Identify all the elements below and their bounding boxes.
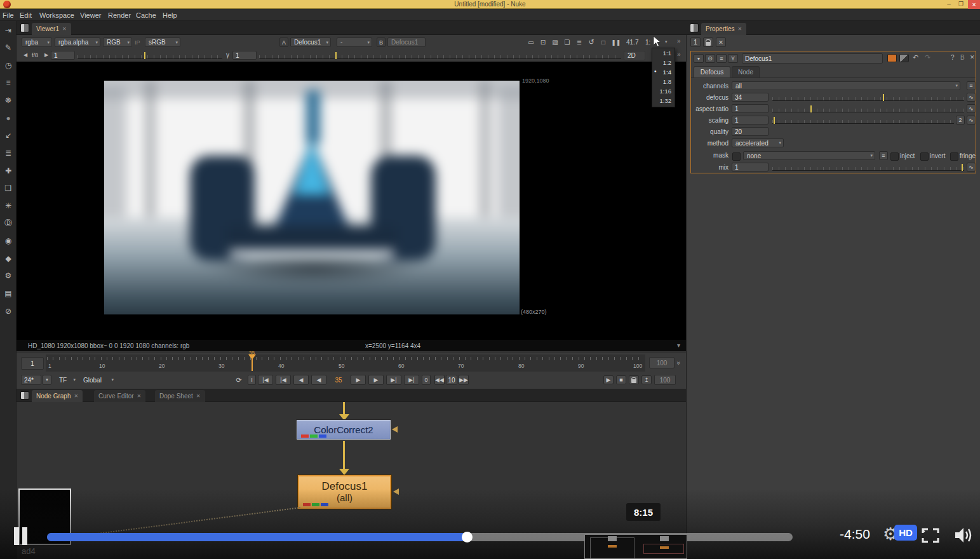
zero-button[interactable]: 0 bbox=[422, 375, 431, 385]
step-forward-button[interactable]: ▶ bbox=[351, 375, 366, 385]
close-icon[interactable]: ✕ bbox=[74, 393, 78, 399]
tab-properties[interactable]: Properties✕ bbox=[701, 23, 746, 35]
close-icon[interactable]: ✕ bbox=[196, 393, 201, 399]
step-back-button[interactable]: ◀ bbox=[311, 375, 326, 385]
menu-item-1-32[interactable]: 1:32 bbox=[652, 97, 671, 104]
playhead-line[interactable] bbox=[252, 354, 253, 371]
pause-icon[interactable]: ❚❚ bbox=[610, 37, 622, 47]
stop-button[interactable]: ■ bbox=[616, 375, 626, 384]
scaling-curve-button[interactable]: ∿ bbox=[967, 116, 976, 125]
aspect-ratio-input[interactable]: 1 bbox=[732, 104, 769, 113]
volume-icon[interactable] bbox=[954, 526, 974, 544]
close-button[interactable]: ✕ bbox=[968, 0, 980, 9]
aspect-curve-button[interactable]: ∿ bbox=[967, 104, 976, 113]
channels-dropdown[interactable]: all▾ bbox=[732, 81, 960, 90]
format-icon[interactable]: ⊡ bbox=[538, 37, 548, 47]
mask-dropdown[interactable]: none▾ bbox=[743, 151, 875, 160]
menu-render[interactable]: Render bbox=[108, 11, 131, 19]
current-frame-field[interactable]: 35 bbox=[329, 375, 348, 385]
gamma-slider[interactable] bbox=[259, 51, 621, 60]
node-name-field[interactable]: Defocus1 bbox=[742, 53, 883, 64]
toolbar-collapse-icon[interactable]: » bbox=[677, 37, 681, 44]
deep-icon[interactable]: Ⓓ bbox=[2, 217, 15, 229]
float-panel-button[interactable]: B bbox=[960, 54, 965, 61]
play-backward-button[interactable]: ◀ bbox=[293, 375, 309, 385]
pin-panels-button[interactable] bbox=[703, 37, 713, 47]
close-panel-button[interactable]: ✕ bbox=[970, 54, 975, 60]
display-rect-icon[interactable]: ▭ bbox=[526, 37, 536, 47]
lock-range-button[interactable] bbox=[629, 375, 639, 384]
player-pause-button[interactable] bbox=[14, 527, 28, 545]
tab-viewer1[interactable]: Viewer1 ✕ bbox=[32, 23, 71, 35]
panel-menu-icon[interactable] bbox=[690, 24, 699, 32]
menu-help[interactable]: Help bbox=[163, 11, 177, 19]
mask-checkbox[interactable] bbox=[732, 152, 741, 161]
defocus-curve-button[interactable]: ∿ bbox=[967, 93, 976, 102]
max-panels-field[interactable]: 1 bbox=[690, 37, 701, 47]
input-process-toggle[interactable]: IP bbox=[135, 39, 140, 46]
tab-node[interactable]: Node bbox=[732, 66, 760, 77]
gl-color-swatch[interactable] bbox=[899, 54, 909, 62]
timeline-ruler[interactable]: 1 10 20 30 40 50 60 70 80 90 100 bbox=[46, 354, 645, 372]
timeline-units-dropdown[interactable]: TF▾ bbox=[56, 375, 77, 385]
menu-item-1-1[interactable]: 1:1 bbox=[652, 50, 671, 57]
timeline-collapse-icon[interactable]: » bbox=[675, 361, 682, 365]
menu-edit[interactable]: Edit bbox=[20, 11, 32, 19]
merge-icon[interactable]: ≣ bbox=[2, 147, 15, 159]
gain-slider[interactable] bbox=[77, 51, 222, 60]
chevron-down-icon[interactable]: ▾ bbox=[665, 39, 668, 44]
minimize-button[interactable]: – bbox=[944, 0, 954, 9]
metadata-icon[interactable]: ◆ bbox=[2, 252, 15, 265]
close-icon[interactable]: ✕ bbox=[62, 26, 67, 32]
image-icon[interactable]: ⇥ bbox=[2, 24, 15, 37]
filter-icon[interactable]: ● bbox=[2, 112, 15, 125]
center-node-button[interactable]: ⊙ bbox=[705, 54, 715, 63]
roi-icon[interactable]: □ bbox=[598, 37, 608, 47]
viewer-alpha-dropdown[interactable]: rgba.alpha▾ bbox=[55, 37, 100, 47]
node-color-swatch[interactable] bbox=[887, 54, 897, 62]
menu-cache[interactable]: Cache bbox=[136, 11, 156, 19]
color-icon[interactable]: ☸ bbox=[2, 94, 15, 107]
mask-input-arrow[interactable] bbox=[392, 426, 398, 433]
player-progress-fill[interactable] bbox=[47, 533, 463, 541]
gain-prev-icon[interactable]: ◀ bbox=[23, 52, 27, 58]
gamma-input[interactable]: 1 bbox=[232, 51, 257, 60]
fps-field[interactable]: 24* bbox=[21, 375, 41, 385]
menu-item-1-2[interactable]: 1:2 bbox=[652, 59, 671, 66]
input-b-dropdown[interactable]: Defocus1 bbox=[387, 37, 426, 47]
close-all-panels-button[interactable]: ✕ bbox=[716, 37, 726, 47]
fringe-checkbox[interactable] bbox=[950, 152, 958, 161]
play-once-button[interactable]: I bbox=[248, 375, 256, 385]
quality-input[interactable]: 20 bbox=[732, 127, 769, 136]
help-button[interactable]: ? bbox=[951, 54, 955, 61]
zoom-level-value[interactable]: 41.7 bbox=[626, 39, 638, 46]
frame-increment-field[interactable]: 10 bbox=[446, 375, 457, 385]
tab-curve-editor[interactable]: Curve Editor✕ bbox=[94, 390, 145, 402]
views-icon[interactable]: ◉ bbox=[2, 234, 15, 247]
range-end-field[interactable]: 100 bbox=[654, 375, 676, 385]
panel-menu-icon[interactable] bbox=[20, 391, 29, 400]
channels-route-button[interactable]: ≡ bbox=[967, 81, 976, 90]
node-defocus1[interactable]: Defocus1 (all) bbox=[298, 475, 391, 509]
aspect-ratio-slider[interactable] bbox=[772, 104, 964, 113]
toolbar-collapse-icon[interactable]: » bbox=[677, 51, 681, 58]
tab-dope-sheet[interactable]: Dope Sheet✕ bbox=[155, 390, 205, 402]
plugins-icon[interactable]: ⊘ bbox=[2, 305, 15, 318]
viewer-channels-dropdown[interactable]: rgba▾ bbox=[22, 37, 52, 47]
inject-checkbox[interactable] bbox=[890, 152, 899, 161]
viewer-display-dropdown[interactable]: RGB▾ bbox=[103, 37, 132, 47]
frame-range-scope-dropdown[interactable]: Global▾ bbox=[80, 375, 116, 385]
scaling-input[interactable]: 1 bbox=[732, 116, 769, 125]
collapse-panel-button[interactable]: ▼ bbox=[694, 54, 704, 63]
panel-menu-icon[interactable] bbox=[20, 24, 29, 32]
wipe-icon[interactable]: ▨ bbox=[550, 37, 560, 47]
keyer-icon[interactable]: ↙ bbox=[2, 129, 15, 142]
scanline-icon[interactable]: ≣ bbox=[574, 37, 584, 47]
input-a-dropdown[interactable]: Defocus1▾ bbox=[290, 37, 331, 47]
render-flipbook-button[interactable]: ↥ bbox=[641, 375, 652, 384]
method-dropdown[interactable]: accelerated▾ bbox=[732, 138, 784, 147]
fullscreen-icon[interactable] bbox=[921, 527, 940, 544]
mask-input-arrow[interactable] bbox=[393, 488, 399, 495]
chevron-down-icon[interactable]: ▾ bbox=[677, 342, 680, 349]
menu-file[interactable]: File bbox=[3, 11, 14, 19]
